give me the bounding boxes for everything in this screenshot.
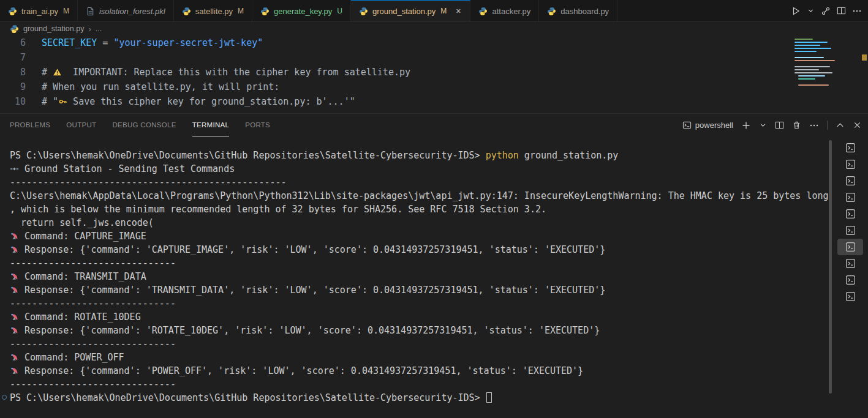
text-segment: PS C:\Users\hemak\OneDrive\Documents\Git… bbox=[10, 392, 486, 403]
bottom-panel: PROBLEMSOUTPUTDEBUG CONSOLETERMINALPORTS… bbox=[0, 113, 868, 418]
command-decoration-circle[interactable] bbox=[2, 395, 7, 400]
minimap-line bbox=[794, 42, 828, 43]
text-segment: Command: CAPTURE_IMAGE bbox=[19, 231, 146, 242]
text-segment: # " bbox=[42, 96, 58, 107]
terminal-session-item[interactable] bbox=[837, 206, 863, 222]
terminal-session-item[interactable] bbox=[837, 255, 863, 272]
git-status-badge: M bbox=[63, 7, 69, 15]
git-status-badge: U bbox=[337, 7, 342, 15]
tab-label: dashboard.py bbox=[560, 7, 609, 16]
text-segment: "your-super-secret-jwt-key" bbox=[113, 37, 263, 48]
tab-label: generate_key.py bbox=[274, 7, 332, 16]
text-segment: ------------------------------ bbox=[10, 298, 176, 309]
dish-emoji bbox=[10, 271, 19, 282]
line-number: 10 bbox=[0, 94, 42, 109]
open-editor-tabs: train_ai.pyMisolation_forest.pklsatellit… bbox=[0, 0, 617, 21]
text-segment: ground_station.py bbox=[519, 150, 619, 161]
tab-attacker.py[interactable]: attacker.py bbox=[470, 0, 539, 21]
panel-tab-ports[interactable]: PORTS bbox=[245, 114, 270, 136]
tab-train_ai.py[interactable]: train_ai.pyM bbox=[0, 0, 78, 21]
terminal-session-item[interactable] bbox=[837, 222, 863, 239]
tab-label: attacker.py bbox=[492, 7, 530, 16]
tab-satellite.py[interactable]: satellite.pyM bbox=[174, 0, 252, 21]
code-editor[interactable]: 6SECRET_KEY = "your-super-secret-jwt-key… bbox=[0, 35, 868, 113]
terminal-line: Response: {'command': 'ROTATE_10DEG', 'r… bbox=[10, 324, 830, 337]
minimap-line bbox=[794, 45, 820, 46]
minimap-line bbox=[794, 66, 830, 67]
terminal-line: Command: ROTATE_10DEG bbox=[10, 310, 830, 324]
terminal-icon bbox=[682, 121, 692, 130]
terminal-line: ------------------------------ bbox=[10, 337, 830, 351]
text-segment: PS C:\Users\hemak\OneDrive\Documents\Git… bbox=[10, 150, 486, 161]
tab-dashboard.py[interactable]: dashboard.py bbox=[539, 0, 617, 21]
dish-emoji bbox=[10, 312, 19, 323]
panel-header: PROBLEMSOUTPUTDEBUG CONSOLETERMINALPORTS… bbox=[0, 114, 868, 136]
minimap-line bbox=[794, 51, 817, 52]
terminal-line: Response: {'command': 'TRANSMIT_DATA', '… bbox=[10, 283, 830, 297]
panel-tabs: PROBLEMSOUTPUTDEBUG CONSOLETERMINALPORTS bbox=[10, 114, 270, 136]
breadcrumb-file[interactable]: ground_station.py bbox=[23, 24, 84, 33]
terminal-session-item[interactable] bbox=[837, 272, 863, 288]
dish-emoji bbox=[10, 352, 19, 363]
kill-terminal-button[interactable] bbox=[792, 121, 801, 130]
close-tab-icon[interactable]: × bbox=[455, 6, 462, 16]
tabbar-spacer bbox=[617, 0, 785, 21]
tab-generate_key.py[interactable]: generate_key.pyU bbox=[252, 0, 351, 21]
run-dropdown-chevron-icon[interactable] bbox=[807, 7, 815, 15]
run-python-file-button[interactable] bbox=[791, 6, 801, 16]
tab-isolation_forest.pkl[interactable]: isolation_forest.pkl bbox=[78, 0, 174, 21]
python-file-icon bbox=[359, 7, 368, 16]
code-line: 7 bbox=[0, 50, 868, 65]
close-panel-button[interactable] bbox=[853, 121, 862, 130]
text-segment: Command: POWER_OFF bbox=[19, 352, 124, 363]
line-number: 8 bbox=[0, 65, 42, 80]
editor-actions bbox=[785, 0, 868, 21]
dish-emoji bbox=[10, 285, 19, 296]
minimap-line bbox=[794, 69, 819, 70]
panel-actions: powershell bbox=[682, 121, 862, 130]
terminal-line: ------------------------------ bbox=[10, 256, 830, 270]
dish-emoji bbox=[10, 365, 19, 376]
panel-tab-terminal[interactable]: TERMINAL bbox=[192, 114, 230, 136]
minimap-line bbox=[794, 72, 832, 73]
text-segment: # When you run satellite.py, it will pri… bbox=[42, 81, 279, 92]
molecule-icon[interactable] bbox=[821, 6, 831, 16]
text-segment: Response: {'command': 'TRANSMIT_DATA', '… bbox=[19, 285, 605, 296]
panel-tab-debug-console[interactable]: DEBUG CONSOLE bbox=[112, 114, 176, 136]
minimap[interactable] bbox=[794, 39, 858, 88]
terminal-more-actions-button[interactable] bbox=[809, 121, 819, 130]
vscode-window: { "colors": { "accent": "#0078d4", "git_… bbox=[0, 0, 868, 418]
more-actions-button[interactable] bbox=[852, 6, 862, 16]
breadcrumb-more[interactable]: ... bbox=[96, 24, 102, 33]
terminal-session-item[interactable] bbox=[837, 239, 863, 255]
tab-ground_station.py[interactable]: ground_station.pyM× bbox=[351, 0, 471, 21]
terminal-shell-selector[interactable]: powershell bbox=[682, 121, 733, 130]
maximize-panel-button[interactable] bbox=[836, 121, 845, 130]
terminal-session-item[interactable] bbox=[837, 140, 863, 156]
terminal-line: ------------------------------ bbox=[10, 378, 830, 391]
python-file-icon bbox=[478, 7, 488, 16]
terminal-session-item[interactable] bbox=[837, 156, 863, 173]
text-segment: ----------------------------------------… bbox=[10, 177, 287, 188]
split-editor-button[interactable] bbox=[837, 6, 846, 15]
terminal-session-item[interactable] bbox=[837, 173, 863, 189]
split-terminal-button[interactable] bbox=[775, 121, 784, 130]
text-segment: ------------------------------ bbox=[10, 258, 176, 269]
terminal-session-item[interactable] bbox=[837, 189, 863, 206]
terminal-line: Command: TRANSMIT_DATA bbox=[10, 270, 830, 283]
panel-tab-output[interactable]: OUTPUT bbox=[66, 114, 96, 136]
new-terminal-button[interactable] bbox=[741, 121, 751, 130]
terminal-session-item[interactable] bbox=[837, 288, 863, 305]
terminal-output[interactable]: PS C:\Users\hemak\OneDrive\Documents\Git… bbox=[0, 136, 830, 418]
minimap-line bbox=[794, 39, 813, 40]
code-line: 8# IMPORTANT: Replace this with the ciph… bbox=[0, 65, 868, 80]
terminal-scrollbar[interactable] bbox=[829, 140, 832, 394]
tab-label: isolation_forest.pkl bbox=[99, 7, 165, 16]
panel-tab-problems[interactable]: PROBLEMS bbox=[10, 114, 50, 136]
terminal-line: , which is below the minimum recommended… bbox=[10, 203, 830, 216]
code-line: 6SECRET_KEY = "your-super-secret-jwt-key… bbox=[0, 35, 868, 50]
terminal-line: Command: POWER_OFF bbox=[10, 351, 830, 364]
terminal-line: PS C:\Users\hemak\OneDrive\Documents\Git… bbox=[10, 149, 830, 162]
code-text: # When you run satellite.py, it will pri… bbox=[42, 80, 279, 94]
terminal-profile-chevron-icon[interactable] bbox=[759, 121, 767, 129]
